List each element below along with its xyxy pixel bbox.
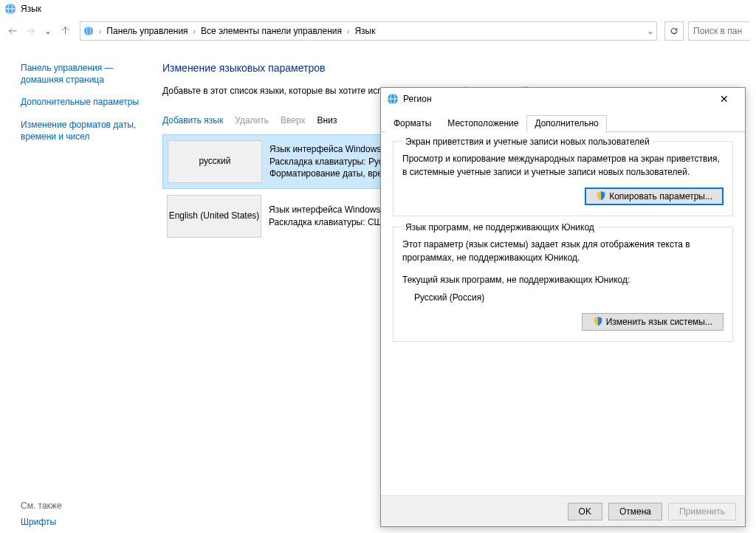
- dialog-title: Регион: [403, 94, 709, 104]
- tab-location[interactable]: Местоположение: [439, 115, 526, 132]
- sidebar-link-home[interactable]: Панель управления — домашняя страница: [21, 62, 148, 86]
- recent-dropdown[interactable]: ⌄: [41, 24, 55, 38]
- control-panel-icon: [80, 25, 97, 37]
- welcome-screen-group: Экран приветствия и учетные записи новых…: [393, 141, 733, 216]
- sidebar-link-date-formats[interactable]: Изменение форматов даты, времени и чисел: [21, 119, 148, 142]
- see-also-heading: См. также: [21, 501, 62, 511]
- breadcrumb-history-dropdown[interactable]: ⌄: [643, 22, 656, 40]
- current-locale-label: Текущий язык программ, не поддерживающих…: [402, 273, 724, 286]
- change-system-locale-button[interactable]: Изменить язык системы...: [582, 313, 724, 331]
- shield-icon: [593, 316, 603, 329]
- language-icon: [4, 3, 16, 15]
- copy-settings-button[interactable]: Копировать параметры...: [585, 188, 724, 205]
- language-tile[interactable]: English (United States): [167, 195, 261, 238]
- ok-button[interactable]: OK: [568, 503, 602, 520]
- refresh-button[interactable]: [664, 21, 684, 41]
- remove-link: Удалить: [235, 115, 269, 125]
- breadcrumb-bar[interactable]: › Панель управления › Все элементы панел…: [80, 21, 657, 41]
- group-legend: Язык программ, не поддерживающих Юникод: [402, 222, 597, 233]
- breadcrumb-item[interactable]: Язык: [351, 22, 378, 40]
- language-tile[interactable]: русский: [168, 140, 262, 183]
- close-button[interactable]: ✕: [709, 89, 739, 109]
- breadcrumb-item[interactable]: Все элементы панели управления: [198, 22, 345, 40]
- group-legend: Экран приветствия и учетные записи новых…: [402, 137, 653, 147]
- chevron-right-icon: ›: [97, 27, 103, 35]
- chevron-right-icon: ›: [345, 27, 351, 35]
- move-up-link: Вверх: [281, 115, 305, 125]
- current-locale-value: Русский (Россия): [402, 286, 724, 304]
- region-dialog: Регион ✕ Форматы Местоположение Дополнит…: [380, 87, 746, 527]
- sidebar-link-fonts[interactable]: Шрифты: [21, 517, 56, 527]
- search-input[interactable]: [693, 26, 750, 36]
- window-title: Язык: [21, 4, 41, 14]
- tab-formats[interactable]: Форматы: [385, 115, 439, 132]
- search-box[interactable]: [688, 21, 750, 41]
- up-button[interactable]: 🡡: [59, 24, 72, 38]
- group-text: Этот параметр (язык системы) задает язык…: [402, 238, 724, 264]
- apply-button: Применить: [668, 503, 736, 520]
- globe-icon: [387, 93, 399, 105]
- breadcrumb-item[interactable]: Панель управления: [103, 22, 190, 40]
- sidebar-link-advanced[interactable]: Дополнительные параметры: [21, 96, 148, 108]
- shield-icon: [596, 190, 606, 203]
- move-down-link[interactable]: Вниз: [317, 115, 337, 125]
- tab-advanced[interactable]: Дополнительно: [526, 115, 606, 132]
- add-language-link[interactable]: Добавить язык: [162, 115, 223, 125]
- cancel-button[interactable]: Отмена: [608, 503, 662, 520]
- non-unicode-group: Язык программ, не поддерживающих Юникод …: [393, 227, 733, 342]
- group-text: Просмотр и копирование международных пар…: [402, 152, 724, 179]
- page-heading: Изменение языковых параметров: [162, 62, 738, 74]
- chevron-right-icon: ›: [191, 27, 198, 35]
- forward-button[interactable]: 🡢: [24, 24, 37, 38]
- svg-point-3: [84, 27, 93, 35]
- back-button[interactable]: 🡠: [6, 24, 19, 38]
